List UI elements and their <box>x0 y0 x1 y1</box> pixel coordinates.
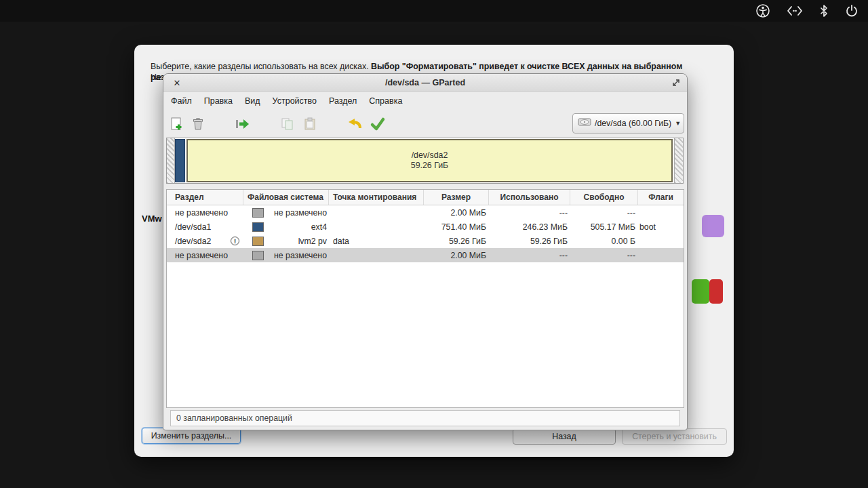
erase-and-install-button[interactable]: Стереть и установить <box>622 428 727 445</box>
fs-color-swatch <box>252 208 264 218</box>
header-filesystem[interactable]: Файловая система <box>243 190 329 205</box>
cell-used: 59.26 ГиБ <box>489 234 570 248</box>
partition-visual-bar: /dev/sda2 59.26 ГиБ <box>166 138 684 184</box>
cell-mountpoint <box>329 248 424 262</box>
cell-size: 59.26 ГиБ <box>424 234 489 248</box>
cell-free: --- <box>570 248 638 262</box>
device-selector-label: /dev/sda (60.00 ГиБ) <box>595 119 671 128</box>
menu-help[interactable]: Справка <box>363 93 408 109</box>
visual-partition-size: 59.26 ГиБ <box>411 161 449 171</box>
undo-icon[interactable] <box>346 115 363 133</box>
close-icon[interactable]: ✕ <box>170 76 184 89</box>
partition-color-green[interactable] <box>692 279 709 304</box>
cell-size: 751.40 МиБ <box>424 220 489 234</box>
cell-free: 505.17 МиБ <box>570 220 638 234</box>
cell-free: 0.00 Б <box>570 234 638 248</box>
maximize-icon[interactable] <box>671 78 681 90</box>
resize-move-icon[interactable] <box>234 115 252 133</box>
cell-partition: не размечено <box>167 205 243 220</box>
paste-icon[interactable] <box>301 115 319 133</box>
cell-mountpoint <box>329 220 424 234</box>
header-mountpoint[interactable]: Точка монтирования <box>329 190 424 205</box>
top-bar <box>0 0 868 22</box>
cell-filesystem: lvm2 pv <box>243 234 329 248</box>
cell-size: 2.00 МиБ <box>424 205 489 220</box>
cell-used: --- <box>489 248 570 262</box>
partition-table: Раздел Файловая система Точка монтирован… <box>166 189 684 408</box>
menu-file[interactable]: Файл <box>165 93 198 109</box>
back-button[interactable]: Назад <box>513 428 616 445</box>
power-icon[interactable] <box>845 4 859 18</box>
device-selector[interactable]: /dev/sda (60.00 ГиБ) ▼ <box>572 113 684 134</box>
cell-flags <box>638 234 684 248</box>
copy-icon[interactable] <box>279 115 296 133</box>
cell-filesystem: не размечено <box>243 205 329 220</box>
header-flags[interactable]: Флаги <box>638 190 684 205</box>
header-free[interactable]: Свободно <box>570 190 638 205</box>
partition-color-purple[interactable] <box>702 215 724 237</box>
cell-mountpoint: data <box>329 234 424 248</box>
gparted-titlebar[interactable]: ✕ /dev/sda — GParted <box>163 74 687 92</box>
cell-flags <box>638 248 684 262</box>
cell-used: 246.23 МиБ <box>489 220 570 234</box>
menu-view[interactable]: Вид <box>239 93 267 109</box>
menu-edit[interactable]: Правка <box>198 93 239 109</box>
status-bar: 0 запланированных операций <box>170 410 680 426</box>
visual-partition-sda2[interactable]: /dev/sda2 59.26 ГиБ <box>186 139 673 182</box>
visual-unallocated-right[interactable] <box>674 138 683 183</box>
toolbar: /dev/sda (60.00 ГиБ) ▼ <box>163 110 687 138</box>
cell-free: --- <box>570 205 638 220</box>
cell-size: 2.00 МиБ <box>424 248 489 262</box>
visual-partition-sda1[interactable] <box>175 139 185 182</box>
cell-partition: /dev/sda2 ! <box>167 234 243 248</box>
cell-mountpoint <box>329 205 424 220</box>
fs-color-swatch <box>252 251 264 260</box>
cell-flags <box>638 205 684 220</box>
status-icons <box>755 0 859 22</box>
instructions-line2: Не <box>151 73 161 82</box>
table-row[interactable]: /dev/sda1 ext4 751.40 МиБ 246.23 МиБ 505… <box>167 220 684 234</box>
partition-color-red[interactable] <box>709 279 723 304</box>
fs-color-swatch <box>252 222 264 232</box>
network-icon[interactable] <box>787 5 803 16</box>
partition-name: /dev/sda2 <box>175 237 211 246</box>
cell-filesystem: ext4 <box>243 220 329 234</box>
cell-partition: /dev/sda1 <box>167 220 243 234</box>
header-used[interactable]: Использовано <box>489 190 570 205</box>
visual-unallocated-left[interactable] <box>167 138 175 183</box>
cell-filesystem: не размечено <box>243 248 329 262</box>
cell-flags: boot <box>638 220 684 234</box>
visual-partition-label: /dev/sda2 <box>412 150 448 161</box>
warning-icon: ! <box>231 237 239 245</box>
cell-partition: не размечено <box>167 248 243 262</box>
header-size[interactable]: Размер <box>424 190 489 205</box>
gparted-window: ✕ /dev/sda — GParted Файл Правка Вид Уст… <box>163 73 688 430</box>
accessibility-icon[interactable] <box>755 3 770 18</box>
menu-partition[interactable]: Раздел <box>323 93 363 109</box>
cell-used: --- <box>489 205 570 220</box>
header-partition[interactable]: Раздел <box>167 190 243 205</box>
table-header: Раздел Файловая система Точка монтирован… <box>167 190 684 205</box>
disk-label: VMw <box>142 214 162 224</box>
instructions-text: Выберите, какие разделы использовать на … <box>151 62 371 71</box>
menu-device[interactable]: Устройство <box>267 93 323 109</box>
table-row-selected[interactable]: не размечено не размечено 2.00 МиБ --- -… <box>167 248 684 262</box>
fs-color-swatch <box>252 237 264 246</box>
chevron-down-icon: ▼ <box>675 120 681 127</box>
table-row[interactable]: /dev/sda2 ! lvm2 pv data 59.26 ГиБ 59.26… <box>167 234 684 248</box>
table-row[interactable]: не размечено не размечено 2.00 МиБ --- -… <box>167 205 684 220</box>
window-title: /dev/sda — GParted <box>163 78 687 87</box>
apply-icon[interactable] <box>369 115 387 133</box>
bluetooth-icon[interactable] <box>819 4 829 18</box>
disk-icon <box>578 117 591 130</box>
menu-bar: Файл Правка Вид Устройство Раздел Справк… <box>165 92 408 110</box>
new-partition-icon[interactable] <box>167 115 185 133</box>
delete-partition-icon[interactable] <box>189 115 207 133</box>
